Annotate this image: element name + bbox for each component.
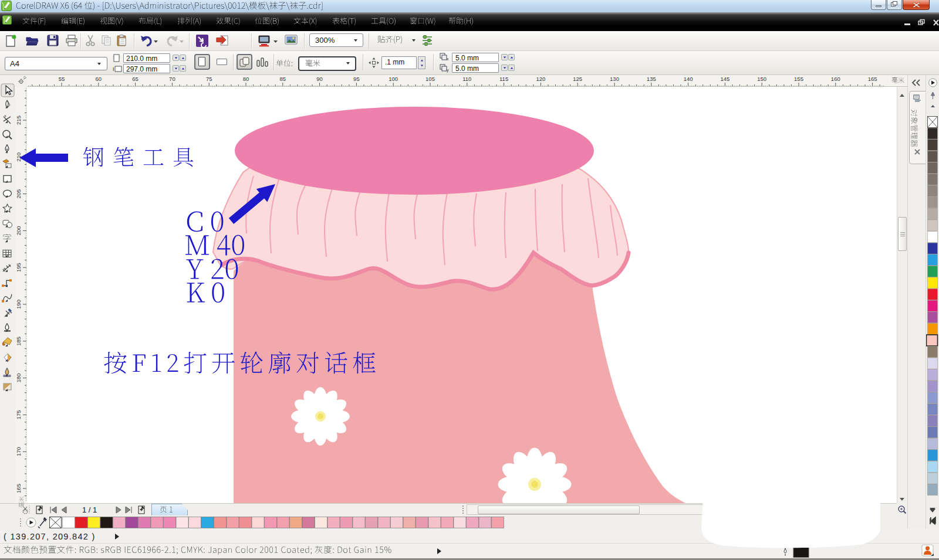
- svg-text:110: 110: [462, 76, 471, 82]
- svg-text:1 / 1: 1 / 1: [82, 505, 97, 514]
- svg-text:70: 70: [169, 76, 175, 82]
- svg-text:195: 195: [15, 263, 22, 272]
- svg-text:60: 60: [96, 76, 102, 82]
- svg-text:105: 105: [425, 76, 435, 82]
- svg-text:150: 150: [757, 76, 766, 82]
- svg-text:65: 65: [132, 76, 139, 82]
- svg-text:y: y: [447, 68, 449, 73]
- svg-text:55: 55: [59, 76, 65, 82]
- svg-text:135: 135: [647, 76, 656, 82]
- svg-text:175: 175: [15, 410, 22, 419]
- svg-text:I: I: [113, 66, 114, 72]
- svg-text:185: 185: [15, 337, 22, 346]
- svg-text:x: x: [447, 57, 449, 61]
- svg-text:180: 180: [15, 374, 22, 383]
- svg-text:120: 120: [536, 76, 545, 82]
- svg-text:130: 130: [610, 76, 619, 82]
- svg-text:205: 205: [15, 189, 22, 199]
- svg-text:200: 200: [15, 226, 22, 235]
- svg-text:190: 190: [15, 300, 22, 309]
- svg-text:125: 125: [573, 76, 582, 82]
- svg-text:75: 75: [206, 76, 212, 82]
- svg-text:215: 215: [15, 116, 22, 125]
- svg-text:95: 95: [353, 76, 360, 82]
- svg-text:85: 85: [280, 76, 286, 82]
- svg-text:210: 210: [15, 152, 22, 162]
- svg-text:145: 145: [720, 76, 729, 82]
- svg-text:140: 140: [684, 76, 693, 82]
- svg-text:100: 100: [389, 76, 398, 82]
- svg-text:115: 115: [499, 76, 508, 82]
- svg-text:165: 165: [15, 484, 22, 493]
- svg-text:80: 80: [243, 76, 249, 82]
- svg-text:165: 165: [868, 76, 877, 82]
- svg-text:160: 160: [831, 76, 840, 82]
- svg-text:90: 90: [316, 76, 323, 82]
- svg-text:170: 170: [15, 447, 22, 456]
- svg-text:155: 155: [794, 76, 803, 82]
